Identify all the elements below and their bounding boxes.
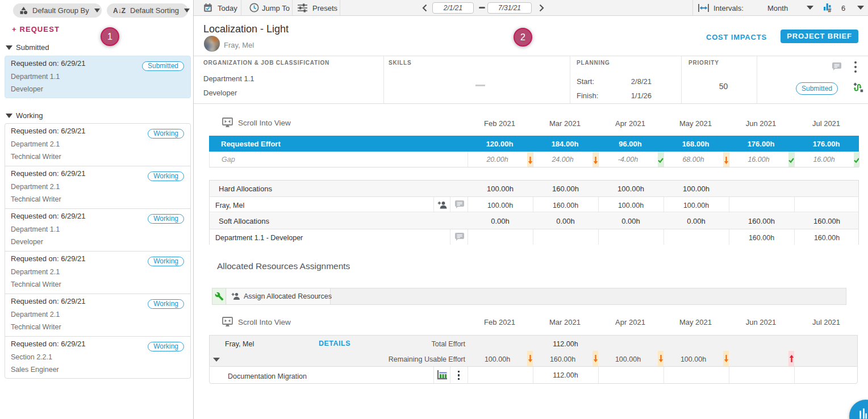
svg-text:#: # [828,7,832,13]
